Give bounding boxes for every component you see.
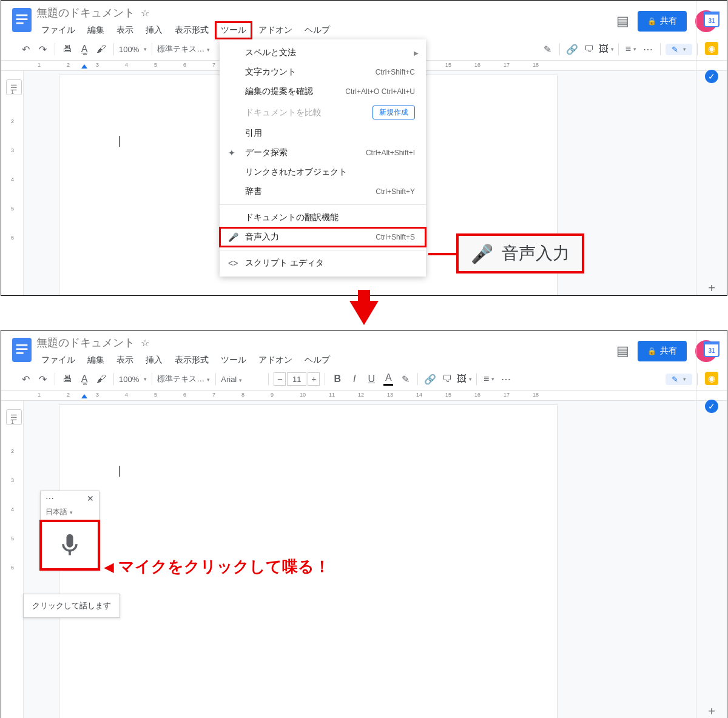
highlight-icon[interactable]: ✎ (540, 41, 554, 58)
menu-bar: ファイル 編集 表示 挿入 表示形式 ツール アドオン ヘルプ (36, 22, 616, 38)
style-select[interactable]: 標準テキス… (157, 374, 211, 384)
calendar-icon[interactable]: 31 (704, 12, 720, 27)
align-icon[interactable]: ≡ (482, 371, 496, 388)
screenshot-2: 無題のドキュメント ☆ ファイル 編集 表示 挿入 表示形式 ツール アドオン … (1, 330, 727, 718)
outline-toggle-icon[interactable]: ☰ (6, 79, 22, 95)
underline-icon[interactable]: U (364, 371, 379, 388)
menu-format[interactable]: 表示形式 (170, 22, 214, 38)
italic-icon[interactable]: I (347, 371, 362, 388)
menu-insert[interactable]: 挿入 (141, 352, 167, 368)
comments-icon[interactable]: ▤ (616, 343, 629, 359)
keep-icon[interactable]: ◉ (705, 42, 718, 55)
new-badge[interactable]: 新規作成 (372, 106, 415, 119)
link-icon[interactable]: 🔗 (423, 371, 437, 388)
share-button[interactable]: 🔒共有 (638, 11, 687, 32)
voice-menu-icon[interactable]: ⋯ (46, 494, 54, 503)
star-icon[interactable]: ☆ (141, 7, 149, 19)
docs-logo-icon[interactable] (11, 335, 33, 364)
menu-file[interactable]: ファイル (36, 352, 80, 368)
spellcheck-icon[interactable]: A̼ (77, 371, 92, 388)
menu-item-review[interactable]: 編集の提案を確認Ctrl+Alt+O Ctrl+Alt+U (220, 82, 426, 101)
svg-rect-3 (16, 22, 24, 24)
menu-tools[interactable]: ツール (216, 352, 251, 368)
font-select[interactable]: Arial (221, 375, 263, 384)
svg-rect-2 (16, 18, 28, 20)
menu-item-spelling[interactable]: スペルと文法▶ (220, 43, 426, 62)
text-cursor (119, 136, 120, 147)
close-icon[interactable]: ✕ (87, 494, 94, 503)
menu-view[interactable]: 表示 (112, 22, 138, 38)
menu-edit[interactable]: 編集 (83, 22, 109, 38)
menu-addons[interactable]: アドオン (254, 22, 297, 38)
menu-item-dictionary[interactable]: 辞書Ctrl+Shift+Y (220, 182, 426, 201)
paint-format-icon[interactable]: 🖌 (94, 41, 109, 58)
bold-icon[interactable]: B (330, 371, 345, 388)
link-icon[interactable]: 🔗 (565, 41, 579, 58)
comment-add-icon[interactable]: 🗨 (440, 371, 454, 388)
text-color-icon[interactable]: A (381, 371, 396, 388)
more-icon[interactable]: ⋯ (499, 371, 513, 388)
undo-icon[interactable]: ↶ (18, 371, 33, 388)
spellcheck-icon[interactable]: A̼ (77, 41, 92, 58)
comments-icon[interactable]: ▤ (616, 13, 629, 29)
share-button[interactable]: 🔒共有 (638, 341, 687, 361)
zoom-select[interactable]: 100% (119, 375, 147, 384)
share-label: 共有 (660, 16, 677, 27)
calendar-icon[interactable]: 31 (704, 341, 720, 357)
menu-tools[interactable]: ツール (216, 22, 251, 38)
menu-format[interactable]: 表示形式 (170, 352, 214, 368)
doc-title[interactable]: 無題のドキュメント (36, 5, 135, 20)
menu-item-translate[interactable]: ドキュメントの翻訳機能 (220, 208, 426, 227)
tasks-icon[interactable]: ✓ (705, 400, 718, 413)
docs-logo-icon[interactable] (11, 5, 33, 35)
menu-addons[interactable]: アドオン (254, 352, 297, 368)
voice-mic-button[interactable] (41, 521, 99, 569)
font-size-input[interactable]: 11 (287, 372, 306, 386)
share-label: 共有 (660, 346, 677, 357)
editing-mode[interactable]: ✎ (666, 374, 692, 385)
align-icon[interactable]: ≡ (624, 41, 638, 58)
star-icon[interactable]: ☆ (141, 337, 149, 349)
menu-item-explore[interactable]: ✦データ探索Ctrl+Alt+Shift+I (220, 143, 426, 163)
menu-view[interactable]: 表示 (112, 352, 138, 368)
redo-icon[interactable]: ↷ (35, 41, 50, 58)
menu-item-citations[interactable]: 引用 (220, 124, 426, 143)
menu-help[interactable]: ヘルプ (300, 22, 335, 38)
undo-icon[interactable]: ↶ (18, 41, 33, 58)
indent-marker-icon[interactable] (81, 394, 87, 398)
print-icon[interactable]: 🖶 (60, 371, 75, 388)
outline-toggle-icon[interactable]: ☰ (6, 409, 22, 425)
increase-font-button[interactable]: + (308, 372, 320, 386)
print-icon[interactable]: 🖶 (60, 41, 75, 58)
menu-item-wordcount[interactable]: 文字カウントCtrl+Shift+C (220, 62, 426, 82)
flow-arrow-icon (349, 301, 379, 325)
menu-help[interactable]: ヘルプ (300, 352, 335, 368)
more-icon[interactable]: ⋯ (641, 41, 655, 58)
paint-format-icon[interactable]: 🖌 (94, 371, 109, 388)
highlight-icon[interactable]: ✎ (398, 371, 413, 388)
addons-plus-icon[interactable]: + (708, 705, 715, 718)
svg-rect-5 (16, 344, 28, 346)
style-select[interactable]: 標準テキス… (157, 44, 211, 55)
redo-icon[interactable]: ↷ (35, 371, 50, 388)
code-icon: <> (228, 258, 238, 268)
menu-item-script-editor[interactable]: <>スクリプト エディタ (220, 253, 426, 273)
menu-edit[interactable]: 編集 (83, 352, 109, 368)
vertical-ruler: 123456 (1, 401, 24, 718)
menu-insert[interactable]: 挿入 (141, 22, 167, 38)
comment-add-icon[interactable]: 🗨 (582, 41, 596, 58)
indent-marker-icon[interactable] (81, 64, 87, 69)
image-icon[interactable]: 🖼 (599, 41, 613, 58)
menu-file[interactable]: ファイル (36, 22, 80, 38)
editing-mode[interactable]: ✎ (666, 44, 692, 55)
menu-item-linked[interactable]: リンクされたオブジェクト (220, 163, 426, 182)
addons-plus-icon[interactable]: + (708, 281, 715, 295)
tasks-icon[interactable]: ✓ (705, 70, 718, 83)
voice-language-select[interactable]: 日本語 (41, 506, 99, 521)
zoom-select[interactable]: 100% (119, 45, 147, 54)
doc-title[interactable]: 無題のドキュメント (36, 335, 135, 350)
menu-item-voice[interactable]: 🎤音声入力Ctrl+Shift+S (220, 227, 426, 247)
image-icon[interactable]: 🖼 (457, 371, 471, 388)
keep-icon[interactable]: ◉ (705, 372, 718, 385)
decrease-font-button[interactable]: − (274, 372, 286, 386)
